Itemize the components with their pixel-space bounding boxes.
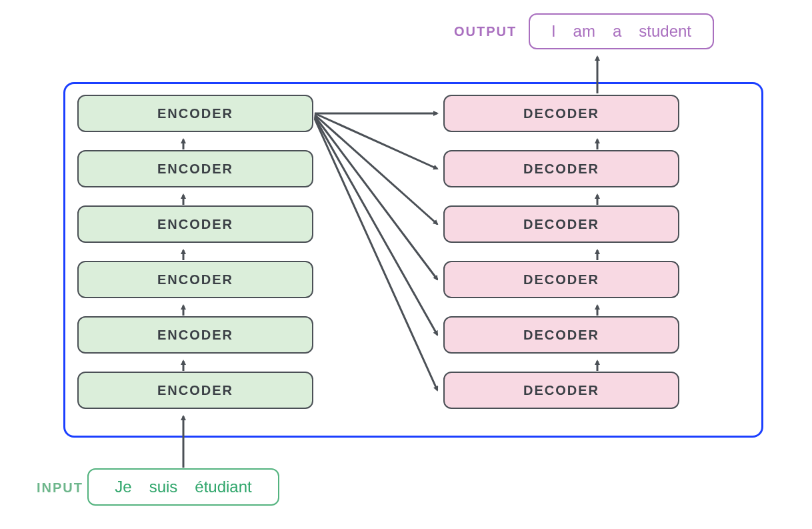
input-token: étudiant [195,478,251,496]
output-label: OUTPUT [454,24,517,39]
input-label: INPUT [37,480,83,496]
decoder-block-3: DECODER [443,205,679,243]
input-token: suis [149,478,178,496]
input-token: Je [115,478,131,496]
decoder-block-2: DECODER [443,150,679,187]
decoder-block-1: DECODER [443,95,679,132]
decoder-block-4: DECODER [443,261,679,298]
encoder-block-4: ENCODER [77,261,313,298]
diagram-canvas: OUTPUT I am a student ENCODER ENCODER EN… [0,0,812,529]
output-token: a [613,22,621,41]
encoder-block-6: ENCODER [77,372,313,409]
encoder-block-2: ENCODER [77,150,313,187]
decoder-block-6: DECODER [443,372,679,409]
encoder-block-1: ENCODER [77,95,313,132]
output-token: I [551,22,556,41]
decoder-block-5: DECODER [443,316,679,354]
encoder-block-3: ENCODER [77,205,313,243]
input-token-box: Je suis étudiant [87,468,279,506]
output-token-box: I am a student [529,13,714,49]
output-token: student [639,22,691,41]
output-token: am [573,22,595,41]
encoder-block-5: ENCODER [77,316,313,354]
